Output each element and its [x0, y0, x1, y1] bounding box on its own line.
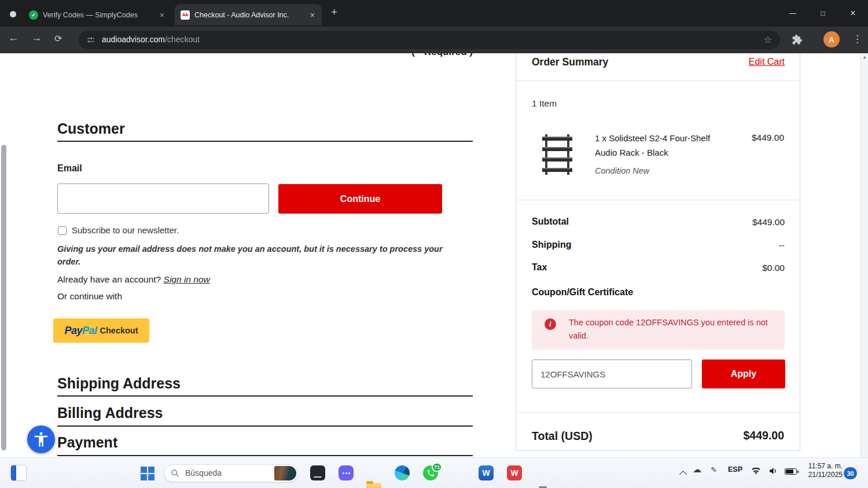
item-count: 1 Item [532, 98, 557, 109]
paypal-checkout-button[interactable]: PayPal Checkout [53, 318, 149, 343]
screen: ✓ Verify Codes — SimplyCodes × AA Checko… [0, 0, 868, 488]
windows-taskbar: Búsqueda 71 W W A G J M J ☁ ✎ ESP [0, 457, 868, 488]
email-label: Email [57, 163, 82, 174]
tab-close-icon[interactable]: × [309, 10, 316, 20]
pinned-notebook-app-icon[interactable] [10, 465, 27, 481]
shipping-address-heading: Shipping Address [57, 375, 181, 392]
pen-icon[interactable]: ✎ [711, 465, 717, 474]
tab-title: Verify Codes — SimplyCodes [43, 11, 154, 19]
or-continue-text: Or continue with [57, 291, 122, 302]
extensions-icon[interactable] [792, 34, 803, 45]
item-name: 1 x Solidsteel S2-4 Four-Shelf Audio Rac… [595, 131, 719, 160]
red-w-app-icon[interactable]: W [507, 465, 522, 480]
email-note: Giving us your email address does not ma… [57, 243, 446, 268]
scroll-up-arrow[interactable]: ▲ [861, 55, 868, 59]
shipping-value: -- [779, 240, 785, 251]
edit-cart-link[interactable]: Edit Cart [749, 57, 785, 67]
payment-rule [57, 455, 473, 456]
continue-button[interactable]: Continue [278, 184, 442, 214]
dark-app-icon[interactable] [310, 465, 325, 480]
address-bar[interactable]: audioadvisor.com/checkout ☆ [79, 31, 780, 49]
checkout-page: ( * Required ) Customer Email Continue S… [0, 53, 868, 457]
taskbar-clock[interactable]: 11:57 a. m. 21/11/2025 [801, 462, 843, 479]
account-question: Already have an account? Sign in now [57, 274, 210, 285]
page-scrollbar[interactable]: ▲ [860, 53, 868, 457]
chat-app-icon[interactable] [339, 465, 354, 480]
scrollbar-thumb[interactable] [1, 145, 6, 450]
browser-profile-avatar[interactable]: A [823, 31, 840, 47]
start-button[interactable] [141, 467, 155, 480]
email-input[interactable] [57, 184, 269, 214]
whatsapp-icon[interactable]: 71 [423, 465, 438, 480]
clock-time: 11:57 a. m. [801, 462, 843, 471]
onedrive-cloud-icon[interactable]: ☁ [693, 464, 701, 475]
paypal-logo-pal: Pal [82, 325, 97, 337]
subtotal-label: Subtotal [532, 217, 569, 227]
window-close-button[interactable]: × [840, 0, 866, 27]
whatsapp-badge: 71 [432, 463, 442, 472]
red-w-letter: W [510, 468, 518, 478]
taskbar-search[interactable]: Búsqueda [164, 464, 298, 482]
coupon-input[interactable] [532, 359, 692, 388]
audio-advisor-favicon-icon: AA [181, 10, 190, 20]
newsletter-label: Subscribe to our newsletter. [72, 225, 179, 235]
url-text: audioadvisor.com/checkout [102, 35, 200, 44]
url-path: /checkout [165, 35, 200, 44]
shipping-rule [57, 395, 473, 397]
accessibility-widget-button[interactable] [27, 425, 55, 453]
word-app-icon[interactable]: W [479, 465, 494, 480]
coupon-error-text: The coupon code 12OFFSAVINGS you entered… [569, 316, 775, 343]
notebook-icon-stripe [11, 465, 16, 480]
browser-tab-bar: ✓ Verify Codes — SimplyCodes × AA Checko… [0, 0, 868, 27]
accessibility-icon [32, 431, 50, 448]
word-letter: W [482, 468, 490, 478]
order-summary-card [516, 53, 800, 451]
browser-toolbar: ← → ⟳ audioadvisor.com/checkout ☆ A ⋮ [0, 27, 868, 53]
summary-divider [516, 200, 800, 200]
item-price: $449.00 [752, 133, 784, 143]
summary-divider [516, 80, 800, 81]
tax-value: $0.00 [762, 263, 785, 273]
coupon-error-box: i The coupon code 12OFFSAVINGS you enter… [532, 310, 785, 350]
bookmark-star-icon[interactable]: ☆ [764, 34, 772, 45]
file-explorer-icon[interactable] [366, 483, 381, 488]
product-image [542, 132, 573, 176]
window-maximize-button[interactable]: □ [810, 0, 836, 27]
window-minimize-button[interactable]: — [780, 0, 806, 27]
search-icon [171, 469, 179, 478]
notification-count-badge[interactable]: 30 [844, 467, 857, 479]
paypal-logo-pay: Pay [64, 325, 82, 337]
tab-checkout[interactable]: AA Checkout - Audio Advisor Inc. × [175, 4, 322, 25]
newsletter-checkbox[interactable] [58, 226, 67, 235]
billing-rule [57, 425, 473, 427]
tab-search-icon[interactable] [6, 8, 19, 20]
back-button[interactable]: ← [8, 32, 19, 44]
billing-address-heading: Billing Address [57, 405, 163, 421]
search-placeholder: Búsqueda [185, 468, 222, 478]
clock-date: 21/11/2025 [801, 471, 843, 479]
required-note: ( * Required ) [57, 53, 473, 58]
shipping-label: Shipping [532, 240, 571, 250]
wifi-icon[interactable] [751, 466, 761, 476]
customer-rule [57, 141, 473, 142]
edge-browser-icon[interactable] [395, 465, 410, 480]
volume-icon[interactable] [768, 466, 778, 476]
tab-title: Checkout - Audio Advisor Inc. [194, 11, 304, 19]
new-tab-button[interactable]: + [331, 6, 337, 19]
total-value: $449.00 [744, 429, 785, 442]
paypal-checkout-label: Checkout [100, 326, 138, 335]
site-settings-icon[interactable] [86, 35, 95, 45]
tab-close-icon[interactable]: × [159, 10, 165, 20]
browser-menu-icon[interactable]: ⋮ [852, 33, 862, 45]
tab-simplycodes[interactable]: ✓ Verify Codes — SimplyCodes × [23, 4, 171, 25]
reload-button[interactable]: ⟳ [54, 33, 62, 44]
hidden-icons-chevron[interactable] [679, 471, 687, 478]
sign-in-link[interactable]: Sign in now [164, 274, 210, 284]
payment-heading: Payment [57, 434, 117, 451]
apply-coupon-button[interactable]: Apply [702, 359, 785, 388]
coupon-label: Coupon/Gift Certificate [532, 287, 633, 298]
search-highlight-image[interactable] [274, 466, 296, 480]
forward-button[interactable]: → [31, 32, 42, 44]
language-indicator[interactable]: ESP [728, 465, 742, 474]
battery-icon[interactable] [785, 468, 797, 475]
